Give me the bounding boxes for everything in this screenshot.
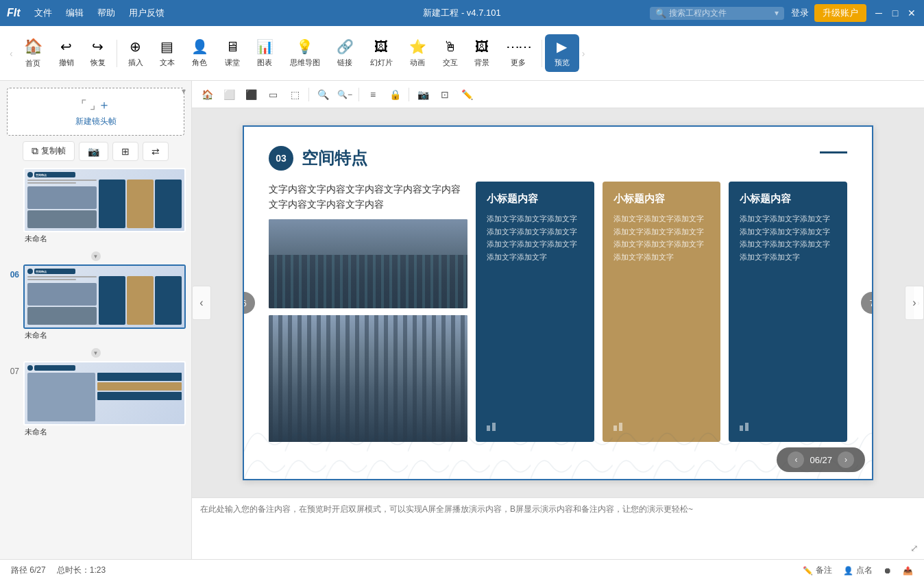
page-counter-text: 06/27 (810, 455, 832, 465)
slide-icon: 🖼 (374, 39, 388, 55)
active-slide-thumbnail[interactable]: 空间特点 (23, 264, 186, 329)
toolbar-slide[interactable]: 🖼 幻灯片 (362, 35, 401, 72)
menu-feedback[interactable]: 用户反馈 (129, 7, 165, 19)
names-label: 点名 (856, 565, 873, 576)
interact-icon: 🖱 (443, 39, 457, 55)
search-input[interactable] (669, 8, 772, 18)
toolbar-character[interactable]: 👤 角色 (183, 34, 217, 72)
edit-home-btn[interactable]: 🏠 (197, 85, 217, 104)
toolbar-preview[interactable]: ▶ 预览 (545, 34, 579, 72)
camera-button[interactable]: 📷 (79, 142, 108, 161)
menu-file[interactable]: 文件 (34, 7, 52, 19)
toolbar-class[interactable]: 🖥 课堂 (217, 35, 248, 72)
toolbar-home[interactable]: 🏠 首页 (16, 34, 51, 73)
export-status-btn[interactable]: 📤 (903, 565, 913, 576)
edit-square-btn[interactable]: ⬜ (219, 85, 239, 104)
search-dropdown-icon[interactable]: ▾ (775, 8, 779, 18)
prev-slide-arrow[interactable]: ‹ (192, 286, 211, 320)
names-status-btn[interactable]: 👤 点名 (843, 565, 873, 576)
copy-frame-button[interactable]: ⧉ 复制帧 (23, 141, 75, 161)
slide-add-icon: ▼ (5, 249, 186, 263)
maximize-button[interactable]: □ (890, 8, 901, 18)
toolbar-mindmap-label: 思维导图 (290, 58, 320, 68)
edit-rect-btn[interactable]: ▭ (263, 85, 282, 104)
list-item: 06 空间特点 (5, 264, 186, 341)
next-slide-arrow[interactable]: › (905, 286, 924, 320)
slide-thumbnail[interactable]: 空间特点 (23, 168, 186, 232)
screenshot-btn[interactable]: 📷 (413, 85, 433, 104)
toolbar-next-arrow[interactable]: › (579, 48, 588, 59)
toolbar-link[interactable]: 🔗 链接 (328, 34, 362, 72)
toolbar-text[interactable]: ▤ 文本 (151, 34, 183, 72)
slide-thumbnail-07[interactable] (23, 361, 186, 425)
toolbar-redo[interactable]: ↪ 恢复 (82, 34, 114, 72)
notes-input[interactable] (200, 504, 916, 554)
minimize-button[interactable]: ─ (873, 8, 884, 18)
slide-card-3[interactable]: 小标题内容 添加文字添加文字添加文字添加文字添加文字添加文字添加文字添加文字添加… (729, 182, 847, 442)
search-icon: 🔍 (655, 8, 666, 18)
notes-label: 备注 (816, 565, 832, 576)
zoom-out-btn[interactable]: 🔍− (335, 85, 354, 104)
new-frame-button[interactable]: ⌜ ⌟ ＋ 新建镜头帧 ▾ (7, 88, 184, 136)
notes-status-btn[interactable]: ✏️ 备注 (803, 565, 832, 576)
menu-edit[interactable]: 编辑 (66, 7, 84, 19)
chart-icon: 📊 (256, 38, 273, 55)
card-1-body: 添加文字添加文字添加文字添加文字添加文字添加文字添加文字添加文字添加文字添加文字… (487, 212, 583, 420)
align-btn[interactable]: ≡ (363, 85, 382, 104)
record-status-btn[interactable]: ⏺ (884, 565, 892, 576)
edit-stack-btn[interactable]: ⬚ (285, 85, 304, 104)
grid-btn[interactable]: ⊡ (435, 85, 454, 104)
toolbar-bg[interactable]: 🖼 背景 (466, 35, 498, 72)
add-icon: ▼ (91, 251, 101, 261)
zoom-in-btn[interactable]: 🔍 (313, 85, 332, 104)
slide-label: 未命名 (23, 234, 186, 244)
toolbar-chart-label: 图表 (257, 58, 272, 68)
toolbar-prev-arrow[interactable]: ‹ (7, 48, 16, 59)
toolbar-chart[interactable]: 📊 图表 (248, 34, 282, 72)
toolbar-more[interactable]: ⋯⋯ 更多 (498, 34, 539, 72)
undo-icon: ↩ (60, 38, 72, 55)
list-item: 空间特点 (5, 168, 186, 244)
slide-body: 文字内容文字内容文字内容文字内容文字内容文字内容文字内容文字内容 (244, 182, 872, 442)
card-1-title: 小标题内容 (487, 193, 583, 206)
title-bar: FIt 文件 编辑 帮助 用户反馈 新建工程 - v4.7.101 🔍 ▾ 登录… (0, 0, 924, 26)
page-next-btn[interactable]: › (838, 452, 854, 468)
slide-label-07: 未命名 (23, 427, 186, 437)
bg-icon: 🖼 (475, 39, 489, 55)
title-actions: 登录 升级账户 (791, 4, 866, 22)
convert-icon: ⇄ (151, 146, 160, 157)
toolbar-undo[interactable]: ↩ 撤销 (51, 34, 82, 72)
toolbar-animation[interactable]: ⭐ 动画 (401, 34, 435, 72)
lock-btn[interactable]: 🔒 (385, 85, 404, 104)
transform-button[interactable]: ⊞ (112, 142, 138, 161)
toolbar-class-label: 课堂 (225, 58, 240, 68)
search-box[interactable]: 🔍 ▾ (650, 7, 784, 20)
menu-help[interactable]: 帮助 (97, 7, 115, 19)
upgrade-button[interactable]: 升级账户 (814, 4, 866, 22)
toolbar-mindmap[interactable]: 💡 思维导图 (282, 34, 328, 72)
sidebar: ⌜ ⌟ ＋ 新建镜头帧 ▾ ⧉ 复制帧 📷 ⊞ ⇄ (0, 81, 192, 559)
page-prev-btn[interactable]: ‹ (788, 452, 804, 468)
toolbar-insert[interactable]: ⊕ 插入 (120, 34, 151, 72)
window-title: 新建工程 - v4.7.101 (423, 7, 500, 19)
main-slide: 6 03 空间特点 文字内容文字内容文字内容文字内容文字内容文字内容文字内容文字… (243, 125, 873, 480)
slide-card-2[interactable]: 小标题内容 添加文字添加文字添加文字添加文字添加文字添加文字添加文字添加文字添加… (603, 182, 721, 442)
card-3-body: 添加文字添加文字添加文字添加文字添加文字添加文字添加文字添加文字添加文字添加文字… (740, 212, 836, 420)
slide-cards: 小标题内容 添加文字添加文字添加文字添加文字添加文字添加文字添加文字添加文字添加… (476, 182, 847, 442)
toolbar-interact[interactable]: 🖱 交互 (435, 35, 466, 72)
login-button[interactable]: 登录 (791, 7, 809, 19)
close-button[interactable]: ✕ (906, 8, 917, 18)
expand-notes-icon[interactable]: ⤢ (910, 543, 919, 554)
slide-card-1[interactable]: 小标题内容 添加文字添加文字添加文字添加文字添加文字添加文字添加文字添加文字添加… (476, 182, 594, 442)
app-logo: FIt (7, 7, 21, 19)
frame-actions: ⧉ 复制帧 📷 ⊞ ⇄ (7, 141, 184, 161)
slide-title[interactable]: 空间特点 (302, 147, 367, 169)
convert-button[interactable]: ⇄ (143, 142, 169, 161)
slide-description[interactable]: 文字内容文字内容文字内容文字内容文字内容文字内容文字内容文字内容 (269, 182, 467, 212)
slide-label-active: 未命名 (23, 330, 186, 341)
toolbar-more-label: 更多 (511, 58, 526, 68)
expand-icon[interactable]: ▾ (182, 86, 186, 96)
edit-pen-btn[interactable]: ✏️ (457, 85, 476, 104)
svg-rect-0 (244, 424, 872, 479)
edit-square2-btn[interactable]: ⬛ (241, 85, 260, 104)
